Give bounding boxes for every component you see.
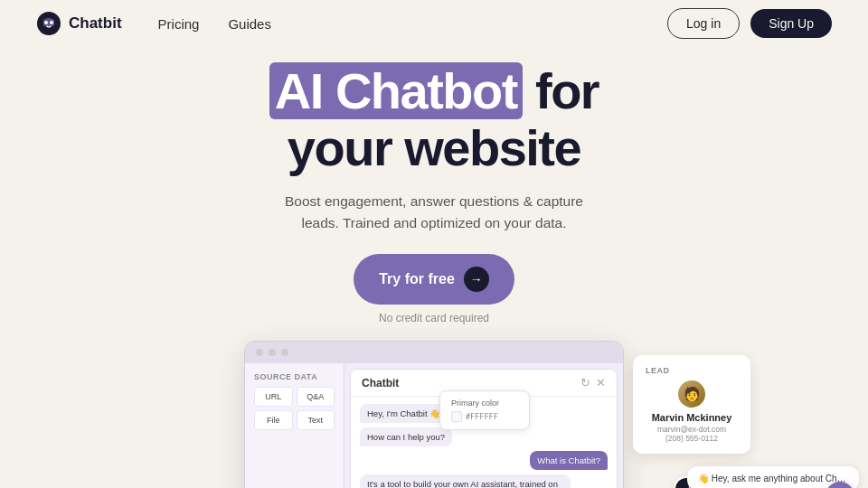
login-button[interactable]: Log in: [667, 8, 740, 39]
mockup-area: Source data URL Q&A File Text Primary co…: [0, 341, 868, 488]
browser-content: Source data URL Q&A File Text Primary co…: [245, 363, 623, 488]
chat-msg-3: It's a tool to build your own AI assista…: [360, 474, 571, 488]
color-panel: Primary color #FFFFFF: [439, 390, 530, 430]
hero-title-highlight: AI Chatbot: [269, 62, 523, 119]
close-icon: ✕: [596, 376, 606, 389]
try-free-button[interactable]: Try for free →: [354, 254, 514, 305]
no-credit-card-text: No credit card required: [379, 312, 489, 324]
source-panel: Source data URL Q&A File Text: [245, 363, 344, 488]
hero-title: AI Chatbot for your website: [269, 63, 599, 176]
lead-card-label: Lead: [646, 366, 738, 375]
logo-icon: [36, 11, 61, 36]
try-free-label: Try for free: [379, 271, 455, 287]
nav-link-guides[interactable]: Guides: [228, 16, 271, 32]
hero-title-line2: your website: [288, 119, 580, 176]
color-swatch-row: #FFFFFF: [451, 411, 518, 422]
browser-dot-1: [256, 349, 263, 356]
svg-point-1: [44, 21, 48, 24]
color-panel-label: Primary color: [451, 399, 518, 408]
chat-msg-user: What is Chatbit?: [530, 451, 608, 470]
chat-header-icons: ↻ ✕: [580, 376, 606, 389]
lead-name: Marvin Mckinney: [646, 412, 738, 423]
source-cell-qa: Q&A: [297, 387, 335, 407]
source-cell-file: File: [254, 410, 293, 430]
browser-dot-3: [281, 349, 288, 356]
hero-subtitle: Boost engagement, answer questions & cap…: [271, 191, 597, 234]
lead-card: Lead 🧑 Marvin Mckinney marvin@ex-dot.com…: [633, 355, 750, 454]
svg-point-2: [50, 21, 53, 24]
browser-window: Source data URL Q&A File Text Primary co…: [244, 341, 624, 488]
lead-phone: (208) 555-0112: [646, 434, 738, 443]
signup-button[interactable]: Sign Up: [750, 9, 832, 38]
chat-header-title: Chatbit: [362, 377, 399, 389]
chat-msg-1: Hey, I'm Chatbit 👋: [360, 404, 448, 423]
lead-avatar: 🧑: [678, 380, 705, 408]
lead-email: marvin@ex-dot.com: [646, 425, 738, 434]
color-value: #FFFFFF: [466, 412, 498, 421]
logo-text: Chatbit: [69, 14, 122, 33]
browser-dot-2: [269, 349, 276, 356]
logo[interactable]: Chatbit: [36, 11, 122, 36]
hero-section: AI Chatbot for your website Boost engage…: [0, 47, 868, 324]
browser-bar: [245, 342, 623, 363]
nav-link-pricing[interactable]: Pricing: [158, 16, 200, 32]
source-cell-text: Text: [297, 410, 335, 430]
refresh-icon: ↻: [580, 376, 590, 389]
color-swatch: [451, 411, 462, 422]
source-cell-url: URL: [254, 387, 293, 407]
chat-msg-2: How can I help you?: [360, 427, 452, 446]
source-label: Source data: [254, 372, 335, 381]
source-grid: URL Q&A File Text: [254, 387, 335, 430]
arrow-icon: →: [464, 267, 489, 292]
